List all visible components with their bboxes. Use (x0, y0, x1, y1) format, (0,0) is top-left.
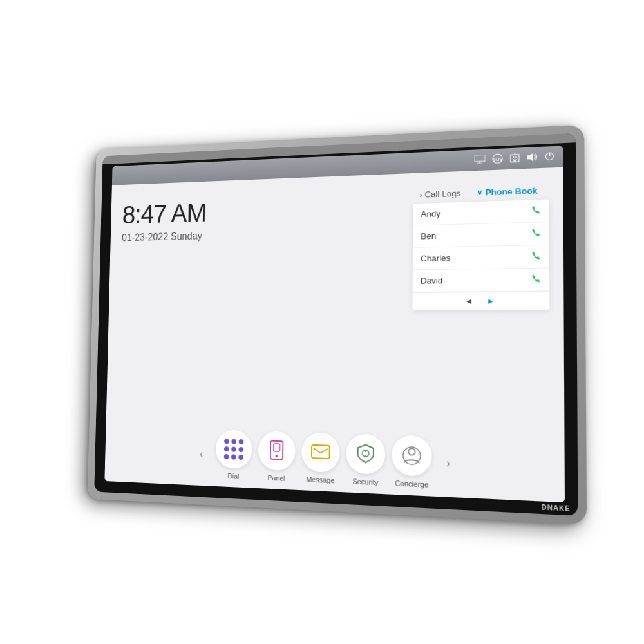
panel-area: › Call Logs ∨ Phone Book Andy (412, 181, 550, 418)
svg-rect-5 (511, 155, 519, 162)
svg-rect-8 (513, 159, 514, 160)
svg-rect-18 (312, 445, 330, 459)
svg-rect-7 (515, 156, 516, 158)
message-icon (311, 444, 330, 460)
panel-app[interactable]: Panel (258, 431, 296, 483)
contact-name: Andy (421, 209, 440, 219)
concierge-button[interactable] (392, 435, 431, 477)
svg-point-13 (545, 152, 553, 160)
power-icon (545, 151, 554, 163)
svg-marker-12 (527, 153, 533, 161)
main-content: 8:47 AM 01-23-2022 Sunday › Call Logs (106, 167, 565, 433)
svg-point-22 (408, 448, 415, 455)
device-inner: SOS 8:47 AM (94, 133, 578, 516)
dial-button[interactable] (215, 430, 252, 469)
concierge-label: Concierge (395, 479, 428, 489)
svg-point-19 (363, 450, 369, 457)
tab-call-logs[interactable]: › Call Logs (413, 184, 468, 204)
device: SOS 8:47 AM (87, 124, 587, 524)
contact-ben[interactable]: Ben (413, 222, 549, 248)
svg-rect-9 (515, 159, 516, 160)
contact-name: David (421, 276, 442, 286)
tabs-row: › Call Logs ∨ Phone Book (413, 181, 549, 204)
concierge-icon (402, 445, 422, 466)
call-icon-ben[interactable] (531, 228, 540, 240)
page-prev-arrow[interactable]: ◄ (465, 297, 473, 307)
contact-name: Charles (421, 253, 450, 263)
volume-icon (527, 152, 538, 164)
monitor-icon (475, 155, 486, 166)
dial-icon (224, 439, 244, 460)
pagination-row: ◄ ► (412, 291, 549, 310)
screen: SOS 8:47 AM (104, 146, 565, 502)
contact-charles[interactable]: Charles (413, 245, 549, 270)
call-icon-andy[interactable] (531, 205, 540, 216)
device-shell: SOS 8:47 AM (87, 124, 587, 524)
message-button[interactable] (301, 432, 340, 473)
dial-app[interactable]: Dial (215, 430, 252, 481)
contact-david[interactable]: David (413, 268, 550, 292)
building-icon (510, 153, 520, 165)
panel-icon (268, 440, 285, 462)
contact-name: Ben (421, 231, 436, 242)
svg-point-23 (403, 447, 421, 465)
svg-rect-0 (475, 155, 486, 162)
security-app[interactable]: Security (346, 433, 385, 487)
app-bar: ‹ Dial (104, 419, 565, 502)
page-next-arrow[interactable]: ► (487, 296, 495, 306)
dial-label: Dial (227, 472, 239, 480)
call-icon-david[interactable] (531, 274, 541, 285)
time-display: 8:47 AM (122, 193, 400, 228)
svg-point-17 (276, 455, 278, 457)
svg-rect-16 (274, 444, 280, 451)
message-label: Message (306, 475, 334, 484)
call-icon-charles[interactable] (531, 251, 540, 262)
chevron-right-icon: › (419, 191, 422, 198)
chevron-down-icon: ∨ (477, 188, 482, 197)
concierge-app[interactable]: Concierge (392, 435, 432, 489)
brand-logo: DNAKE (542, 504, 571, 513)
svg-point-3 (493, 153, 502, 163)
next-nav-arrow[interactable]: › (439, 453, 458, 473)
security-label: Security (352, 477, 378, 486)
panel-button[interactable] (258, 431, 296, 471)
contact-andy[interactable]: Andy (413, 199, 549, 225)
prev-nav-arrow[interactable]: ‹ (193, 444, 209, 462)
message-app[interactable]: Message (301, 432, 340, 485)
svg-rect-6 (513, 156, 514, 158)
security-button[interactable] (346, 433, 385, 475)
time-area: 8:47 AM 01-23-2022 Sunday (118, 187, 400, 415)
sos-icon: SOS (492, 153, 503, 166)
tab-phone-book[interactable]: ∨ Phone Book (470, 182, 545, 202)
panel-label: Panel (267, 474, 285, 482)
contact-list: Andy Ben (412, 199, 549, 310)
svg-text:SOS: SOS (493, 156, 503, 162)
security-icon (356, 444, 375, 464)
date-display: 01-23-2022 Sunday (122, 225, 400, 243)
svg-rect-10 (514, 160, 516, 162)
